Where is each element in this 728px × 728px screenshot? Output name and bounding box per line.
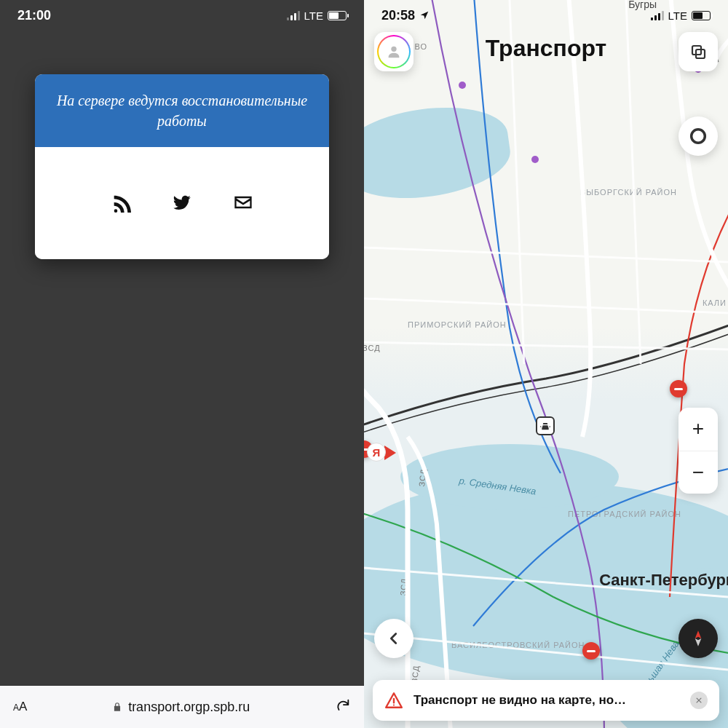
copy-icon xyxy=(689,43,707,60)
compass-button[interactable] xyxy=(678,619,718,658)
yandex-badge[interactable]: Я xyxy=(367,443,386,462)
zoom-in-button[interactable]: + xyxy=(678,408,718,451)
twitter-icon[interactable] xyxy=(172,192,192,215)
maintenance-card: На сервере ведутся восстановительные раб… xyxy=(35,74,329,259)
metro-station-dot[interactable] xyxy=(531,156,539,163)
layers-button[interactable] xyxy=(678,32,718,71)
city-label: Санкт-Петербург xyxy=(599,571,728,590)
circle-outline-icon xyxy=(688,126,708,146)
battery-icon xyxy=(328,11,347,20)
warning-toast[interactable]: Транспорт не видно на карте, но… xyxy=(373,680,719,721)
toast-text: Транспорт не видно на карте, но… xyxy=(414,693,680,708)
status-bar-right: 20:58 LTE xyxy=(364,0,728,31)
social-icons-row xyxy=(35,147,329,259)
road-label-zsd-1: ЗСД xyxy=(364,344,381,352)
svg-point-0 xyxy=(391,47,396,52)
close-icon xyxy=(695,697,703,704)
road-label-zsd-3: ЗСД xyxy=(398,577,408,596)
rss-icon[interactable] xyxy=(111,192,131,215)
address-bar[interactable]: transport.orgp.spb.ru xyxy=(37,700,325,715)
url-text: transport.orgp.spb.ru xyxy=(128,700,250,715)
status-indicators: LTE xyxy=(651,9,711,22)
compass-needle-icon xyxy=(689,629,708,648)
battery-icon xyxy=(692,11,711,20)
zoom-controls: + − xyxy=(678,408,718,494)
road-label-zsd-2: ЗСД xyxy=(417,468,428,487)
lock-icon xyxy=(112,702,122,712)
status-bar-left: 21:00 LTE xyxy=(0,0,364,31)
person-icon xyxy=(386,44,402,60)
road-closure-icon[interactable] xyxy=(582,642,600,660)
network-label: LTE xyxy=(304,9,323,22)
clock: 21:00 xyxy=(17,8,51,23)
accident-icon[interactable] xyxy=(536,416,555,435)
maintenance-title: На сервере ведутся восстановительные раб… xyxy=(35,74,329,147)
reload-button[interactable] xyxy=(335,697,351,716)
map-label-primorsky: ПРИМОРСКИЙ РАЙОН xyxy=(408,320,507,329)
map-canvas[interactable]: ОВО ВЫБОРГСКИЙ РАЙОН ПРИМОРСКИЙ РАЙОН ПЕ… xyxy=(364,0,728,728)
road-closure-icon[interactable] xyxy=(670,380,687,397)
warning-triangle-icon xyxy=(384,691,403,710)
signal-icon xyxy=(287,11,300,20)
map-label-vyborgsky: ВЫБОРГСКИЙ РАЙОН xyxy=(580,188,677,197)
metro-station-dot[interactable] xyxy=(459,82,466,89)
map-label-vasileostrov: ВАСИЛЕОСТРОВСКИЙ РАЙОН xyxy=(451,641,585,649)
right-screenshot: ОВО ВЫБОРГСКИЙ РАЙОН ПРИМОРСКИЙ РАЙОН ПЕ… xyxy=(364,0,728,728)
avatar-ring-icon xyxy=(377,35,411,68)
mail-icon[interactable] xyxy=(233,192,253,215)
signal-icon xyxy=(651,11,664,20)
status-indicators: LTE xyxy=(287,9,347,22)
location-arrow-icon xyxy=(419,10,430,20)
browser-bottom-bar: AA transport.orgp.spb.ru xyxy=(0,686,364,728)
map-label-kali: КАЛИ xyxy=(703,298,727,307)
toast-close-button[interactable] xyxy=(690,692,708,709)
locate-button[interactable] xyxy=(678,116,718,156)
yandex-pointer-icon xyxy=(384,446,396,460)
text-size-button[interactable]: AA xyxy=(13,700,27,714)
left-screenshot: 21:00 LTE На сервере ведутся восстановит… xyxy=(0,0,364,728)
clock: 20:58 xyxy=(381,8,415,23)
map-label-petrograd: ПЕТРОГРАДСКИЙ РАЙОН xyxy=(568,510,681,518)
network-label: LTE xyxy=(668,9,687,22)
svg-point-3 xyxy=(692,130,705,143)
chevron-left-icon xyxy=(386,630,402,646)
app-title: Транспорт xyxy=(364,35,728,62)
back-button[interactable] xyxy=(374,619,414,658)
profile-button[interactable] xyxy=(374,32,414,71)
zoom-out-button[interactable]: − xyxy=(678,451,718,494)
svg-point-4 xyxy=(393,704,395,705)
